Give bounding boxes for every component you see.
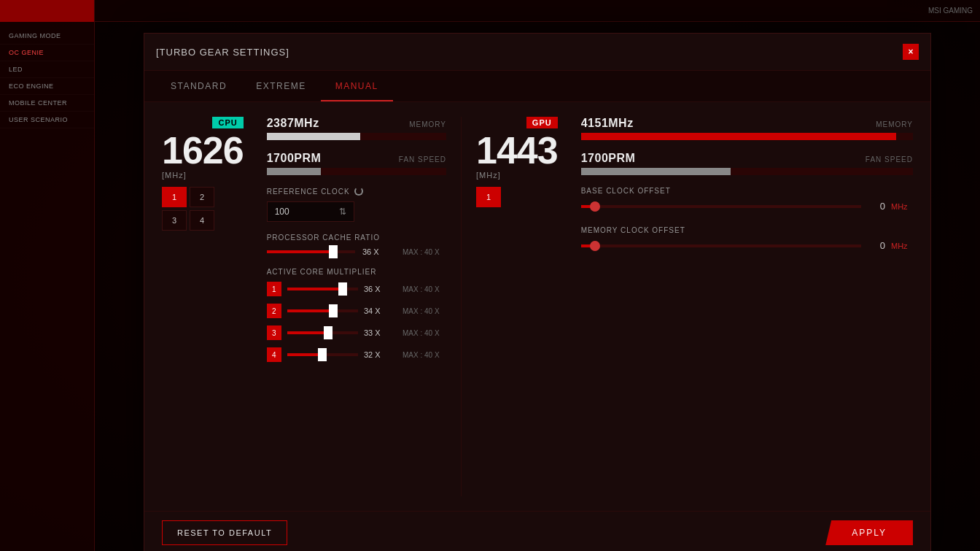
close-button[interactable]: × (903, 44, 919, 60)
core-1-thumb[interactable] (338, 282, 347, 296)
core-2-track[interactable] (287, 309, 358, 312)
core-3-value: 33 X (364, 328, 397, 337)
core-4-fill (287, 353, 323, 356)
base-clock-offset-label: BASE CLOCK OFFSET (581, 187, 913, 195)
gpu-fan-bar-bg (581, 168, 913, 175)
core-btn-1[interactable]: 1 (162, 187, 187, 207)
reference-clock-select[interactable]: 100 ⇅ (267, 201, 354, 222)
core-4-max: MAX : 40 X (402, 351, 446, 359)
power-icon (354, 187, 363, 196)
memory-clock-offset-slider: 0 MHz (581, 240, 913, 251)
cpu-memory-header: 2387MHz MEMORY (267, 117, 446, 130)
core-3-thumb[interactable] (324, 326, 332, 339)
sidebar-items: GAMING MODE OC GENIE LED ECO ENGINE MOBI… (0, 22, 94, 134)
top-bar: MSI GAMING (95, 0, 980, 22)
gpu-metrics: 4151MHz MEMORY 1700PRM FAN SPEED (581, 117, 913, 266)
processor-cache-value: 36 X (362, 247, 395, 256)
cpu-fan-label: FAN SPEED (399, 155, 446, 163)
memory-clock-offset-unit: MHz (891, 242, 913, 250)
sidebar-item-6[interactable]: USER SCENARIO (0, 112, 94, 128)
reset-to-default-button[interactable]: RESET TO DEFAULT (162, 520, 287, 545)
core-multiplier-row-1: 1 36 X MAX : 40 X (267, 282, 446, 296)
base-clock-offset-track[interactable] (581, 205, 861, 208)
cpu-fan-bar-bg (267, 168, 446, 175)
sidebar-item-4[interactable]: ECO ENGINE (0, 78, 94, 95)
core-1-track[interactable] (287, 288, 358, 290)
sidebar-item-3[interactable]: LED (0, 61, 94, 78)
base-clock-offset-slider: 0 MHz (581, 201, 913, 212)
gpu-memory-bar-fill (581, 133, 897, 140)
reference-clock-label: REFERENCE CLOCK (267, 187, 446, 196)
cpu-fan-header: 1700PRM FAN SPEED (267, 152, 446, 165)
core-btn-2[interactable]: 2 (190, 187, 214, 207)
processor-cache-label: PROCESSOR CACHE RATIO (267, 234, 446, 242)
sidebar: GAMING MODE OC GENIE LED ECO ENGINE MOBI… (0, 0, 95, 551)
core-3-fill (287, 331, 328, 334)
core-2-thumb[interactable] (329, 304, 338, 317)
core-1-value: 36 X (364, 285, 397, 293)
tab-manual[interactable]: MANUAL (321, 71, 393, 101)
gpu-core-buttons: 1 (476, 187, 501, 207)
memory-clock-offset-row: MEMORY CLOCK OFFSET 0 MHz (581, 226, 913, 251)
gpu-memory-label: MEMORY (876, 120, 913, 128)
gpu-fan-value: 1700PRM (581, 152, 636, 165)
cpu-unit: [MHz] (162, 171, 187, 180)
cpu-memory-bar-bg (267, 133, 446, 140)
memory-clock-offset-label: MEMORY CLOCK OFFSET (581, 226, 913, 234)
cpu-memory-bar-fill (267, 133, 360, 140)
processor-cache-max: MAX : 40 X (402, 248, 446, 256)
processor-cache-track[interactable] (267, 250, 355, 253)
base-clock-offset-row: BASE CLOCK OFFSET 0 MHz (581, 187, 913, 212)
sidebar-item-2[interactable]: OC GENIE (0, 45, 94, 61)
processor-cache-fill (267, 250, 333, 253)
apply-button[interactable]: APPLY (825, 520, 913, 545)
core-4-thumb[interactable] (318, 348, 327, 361)
core-3-track[interactable] (287, 331, 358, 334)
sidebar-item-1[interactable]: GAMING MODE (0, 28, 94, 45)
core-1-max: MAX : 40 X (402, 285, 446, 293)
cpu-core-selector: CPU 1626 [MHz] 1 2 3 4 (162, 117, 244, 231)
memory-clock-offset-track[interactable] (581, 244, 861, 247)
memory-clock-offset-thumb[interactable] (590, 241, 600, 251)
core-1-fill (287, 288, 343, 290)
sidebar-item-5[interactable]: MOBILE CENTER (0, 95, 94, 112)
core-btn-4[interactable]: 4 (190, 210, 214, 231)
cpu-fan-value: 1700PRM (267, 152, 322, 165)
gpu-fan-header: 1700PRM FAN SPEED (581, 152, 913, 165)
core-2-fill (287, 309, 333, 312)
modal-content: CPU 1626 [MHz] 1 2 3 4 (144, 102, 930, 511)
core-btn-3[interactable]: 3 (162, 210, 187, 231)
sidebar-header (0, 0, 94, 22)
tab-standard[interactable]: STANDARD (156, 71, 241, 101)
base-clock-offset-value: 0 (867, 201, 885, 212)
select-arrow: ⇅ (339, 207, 346, 217)
core-4-track[interactable] (287, 353, 358, 356)
gpu-badge: GPU (526, 117, 558, 128)
core-4-value: 32 X (364, 350, 397, 359)
gpu-core-btn-1[interactable]: 1 (476, 187, 501, 207)
modal-title: [TURBO GEAR SETTINGS] (156, 47, 289, 58)
gpu-unit: [MHz] (476, 171, 501, 180)
tabs-container: STANDARD EXTREME MANUAL (144, 71, 930, 102)
processor-cache-thumb[interactable] (329, 245, 338, 258)
modal-titlebar: [TURBO GEAR SETTINGS] × (144, 34, 930, 71)
turbo-gear-modal: [TURBO GEAR SETTINGS] × STANDARD EXTREME… (144, 33, 931, 551)
gpu-memory-row: 4151MHz MEMORY (581, 117, 913, 140)
gpu-memory-value: 4151MHz (581, 117, 634, 130)
base-clock-offset-thumb[interactable] (590, 201, 600, 212)
core-3-max: MAX : 40 X (402, 329, 446, 337)
cpu-section: CPU 1626 [MHz] 1 2 3 4 (162, 117, 446, 496)
active-core-multiplier-label: ACTIVE CORE MULTIPLIER (267, 268, 446, 276)
tab-extreme[interactable]: EXTREME (241, 71, 321, 101)
core-2-badge: 2 (267, 304, 281, 318)
cpu-memory-row: 2387MHz MEMORY (267, 117, 446, 140)
cpu-core-buttons: 1 2 3 4 (162, 187, 214, 231)
base-clock-offset-unit: MHz (891, 202, 913, 211)
modal-backdrop: [TURBO GEAR SETTINGS] × STANDARD EXTREME… (95, 22, 980, 551)
cpu-fan-row: 1700PRM FAN SPEED (267, 152, 446, 175)
core-multiplier-row-2: 2 34 X MAX : 40 X (267, 304, 446, 318)
gpu-core-selector: GPU 1443 [MHz] 1 (476, 117, 558, 207)
gpu-fan-bar-fill (581, 168, 731, 175)
core-1-badge: 1 (267, 282, 281, 296)
top-bar-info: MSI GAMING (928, 7, 973, 15)
